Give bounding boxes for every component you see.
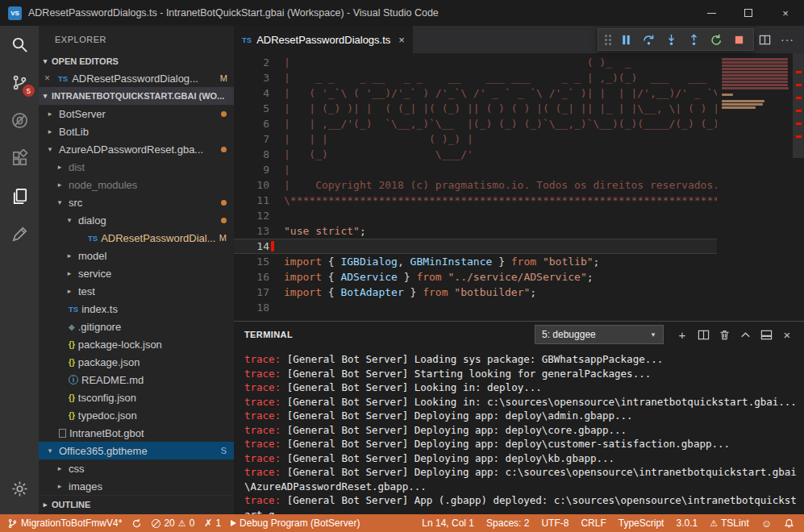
split-terminal-button[interactable]	[693, 324, 714, 345]
terminal-instance-select[interactable]: 5: debuggee ▼	[535, 325, 664, 344]
tree-item-package-json[interactable]: {}package.json	[39, 353, 234, 371]
code-line-3[interactable]: 3| _ _ _ __ _ _ __ ___ ___ _ _ | ,_)(_) …	[234, 70, 717, 85]
open-editors-header[interactable]: ▾ OPEN EDITORS	[39, 53, 234, 69]
tree-item-adresetpassworddial[interactable]: TSADResetPasswordDial...M	[39, 229, 234, 247]
restart-button[interactable]	[706, 30, 727, 49]
tree-item-images[interactable]: ▸images	[39, 477, 234, 495]
more-actions-icon[interactable]: ···	[781, 33, 794, 46]
code-line-18[interactable]: 18	[234, 300, 717, 315]
notifications-bell[interactable]	[784, 518, 794, 529]
activity-edit[interactable]	[0, 215, 39, 253]
code-line-10[interactable]: 10| Copyright 2018 (c) pragmatismo.io. T…	[234, 177, 717, 193]
minimize-button[interactable]	[693, 0, 730, 26]
scrollbar-thumb[interactable]	[793, 53, 804, 158]
activity-settings[interactable]	[0, 470, 39, 508]
tree-item-gitignore[interactable]: ◆.gitignore	[39, 318, 234, 335]
activity-source-control[interactable]: 5	[0, 64, 39, 102]
feedback-smiley-icon[interactable]: ☺	[761, 517, 772, 530]
terminal-tab[interactable]: TERMINAL	[244, 330, 293, 339]
tree-item-botserver[interactable]: ▸BotServer	[39, 105, 234, 123]
code-line-17[interactable]: 17import { BotAdapter } from "botbuilder…	[234, 285, 717, 300]
maximize-button[interactable]	[730, 0, 767, 26]
close-panel-button[interactable]: ×	[777, 324, 798, 345]
chevron-right-icon[interactable]: ▸	[54, 163, 65, 171]
toggle-panel-button[interactable]	[756, 324, 777, 345]
chevron-right-icon[interactable]: ▸	[44, 127, 56, 135]
code-line-11[interactable]: 11\*************************************…	[234, 193, 717, 208]
debug-target-status[interactable]: Debug Program (BotServer)	[231, 517, 360, 529]
code-line-7[interactable]: 7| | | ( )_) | |	[234, 131, 717, 147]
tree-item-intranetbot-gbot[interactable]: IntranetBot.gbot	[39, 424, 234, 442]
chevron-down-icon[interactable]: ▾	[44, 145, 56, 153]
code-line-8[interactable]: 8| (_) \___/' |	[234, 147, 717, 162]
problems-status[interactable]: 20 ⚠ 0	[152, 517, 194, 529]
minimap[interactable]	[717, 53, 793, 321]
tree-item-readme-md[interactable]: iREADME.md	[39, 371, 234, 389]
chevron-right-icon[interactable]: ▸	[54, 464, 65, 472]
step-over-button[interactable]	[638, 30, 660, 49]
terminal-output[interactable]: trace: [General Bot Server] Loading sys …	[234, 347, 804, 514]
chevron-down-icon[interactable]: ▾	[44, 447, 56, 455]
cursor-position[interactable]: Ln 14, Col 1	[422, 517, 474, 529]
code-line-16[interactable]: 16import { ADService } from "../service/…	[234, 269, 717, 285]
chevron-right-icon[interactable]: ▸	[64, 269, 75, 277]
tree-item-typedoc-json[interactable]: {}typedoc.json	[39, 406, 234, 424]
chevron-down-icon[interactable]: ▾	[64, 216, 75, 224]
tree-item-index-ts[interactable]: TSindex.ts	[39, 300, 234, 318]
activity-search[interactable]	[0, 26, 39, 64]
tree-item-test[interactable]: ▸test	[39, 282, 234, 300]
ts-version-status[interactable]: 3.0.1	[676, 517, 698, 529]
activity-debug[interactable]	[0, 102, 39, 139]
chevron-right-icon[interactable]: ▸	[54, 482, 65, 490]
tree-item-botlib[interactable]: ▸BotLib	[39, 123, 234, 140]
tree-item-dialog[interactable]: ▾dialog	[39, 211, 234, 229]
activity-extensions[interactable]	[0, 139, 39, 177]
code-line-2[interactable]: 2| ( )_ _ |	[234, 55, 717, 70]
open-editor-item[interactable]: × TS ADResetPasswordDialog... M	[39, 69, 234, 87]
chevron-right-icon[interactable]: ▸	[64, 251, 75, 260]
code-line-4[interactable]: 4| ( '_`\ ( '__)/'_` ) /'_`\ /' _ ` _ `\…	[234, 85, 717, 101]
close-icon[interactable]: ×	[44, 73, 54, 84]
code-line-9[interactable]: 9| |	[234, 162, 717, 177]
chevron-right-icon[interactable]: ▸	[64, 287, 75, 295]
scrollbar[interactable]	[793, 53, 804, 321]
activity-explorer[interactable]	[0, 177, 39, 215]
step-out-button[interactable]	[683, 30, 705, 49]
close-icon[interactable]: ×	[398, 34, 405, 46]
workspace-section-header[interactable]: ▾ INTRANETBOTQUICKSTART.GBAI (WO...	[39, 87, 234, 105]
tree-item-src[interactable]: ▾src	[39, 193, 234, 211]
sync-status[interactable]	[131, 518, 142, 529]
tslint-status[interactable]: ⚠ TSLint	[710, 517, 749, 529]
encoding-status[interactable]: UTF-8	[541, 517, 569, 529]
split-editor-icon[interactable]	[759, 34, 771, 46]
code-line-13[interactable]: 13"use strict";	[234, 223, 717, 239]
chevron-right-icon[interactable]: ▸	[54, 181, 65, 189]
code-editor[interactable]: 2| ( )_ _ |3| _ _ _ __ _ _ __ ___ ___ _ …	[234, 53, 804, 321]
tree-item-package-lock-json[interactable]: {}package-lock.json	[39, 335, 234, 353]
tree-item-service[interactable]: ▸service	[39, 264, 234, 282]
tree-item-css[interactable]: ▸css	[39, 459, 234, 477]
git-branch-status[interactable]: MigrationToBotFmwV4*	[7, 517, 122, 529]
chevron-down-icon[interactable]: ▾	[54, 198, 65, 206]
outline-section-header[interactable]: ▸ OUTLINE	[39, 495, 234, 513]
tree-item-model[interactable]: ▸model	[39, 247, 234, 264]
code-line-12[interactable]: 12	[234, 208, 717, 223]
step-into-button[interactable]	[660, 30, 682, 49]
drag-handle[interactable]	[605, 35, 611, 45]
indentation-status[interactable]: Spaces: 2	[486, 517, 529, 529]
chevron-right-icon[interactable]: ▸	[44, 110, 56, 118]
extra-counter-status[interactable]: ✗ 1	[204, 517, 221, 529]
tree-item-dist[interactable]: ▸dist	[39, 158, 234, 176]
tab-adresetpassworddialogs[interactable]: TS ADResetPasswordDialogs.ts ×	[234, 26, 413, 53]
new-terminal-button[interactable]: +	[672, 324, 693, 345]
eol-status[interactable]: CRLF	[581, 517, 606, 529]
stop-button[interactable]	[728, 30, 750, 49]
language-status[interactable]: TypeScript	[619, 517, 664, 529]
code-line-6[interactable]: 6| | ,__/'(_) `\__,_)`\__ |(_) (_) (_)`\…	[234, 116, 717, 131]
maximize-panel-button[interactable]	[735, 324, 756, 345]
kill-terminal-button[interactable]	[714, 324, 735, 345]
code-line-5[interactable]: 5| | (_) )| | ( (_| |( (_) || ( ) ( ) |(…	[234, 101, 717, 116]
close-button[interactable]: ×	[767, 0, 804, 26]
pause-button[interactable]	[615, 30, 637, 49]
tree-item-office365-gbtheme[interactable]: ▾Office365.gbthemeS	[39, 442, 234, 459]
